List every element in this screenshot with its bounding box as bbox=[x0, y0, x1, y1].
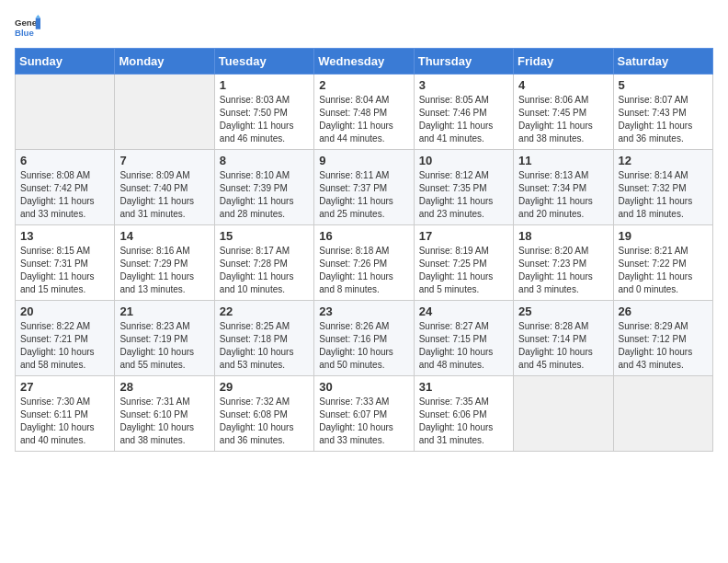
svg-text:Blue: Blue bbox=[15, 28, 34, 38]
day-info: Sunrise: 8:28 AM Sunset: 7:14 PM Dayligh… bbox=[518, 320, 608, 372]
weekday-header-row: SundayMondayTuesdayWednesdayThursdayFrid… bbox=[16, 49, 713, 75]
calendar-cell: 14Sunrise: 8:16 AM Sunset: 7:29 PM Dayli… bbox=[115, 225, 214, 301]
day-info: Sunrise: 8:25 AM Sunset: 7:18 PM Dayligh… bbox=[220, 320, 309, 372]
logo: General Blue bbox=[15, 15, 40, 40]
day-info: Sunrise: 8:18 AM Sunset: 7:26 PM Dayligh… bbox=[319, 245, 408, 296]
calendar-cell: 1Sunrise: 8:03 AM Sunset: 7:50 PM Daylig… bbox=[214, 75, 313, 150]
day-info: Sunrise: 8:29 AM Sunset: 7:12 PM Dayligh… bbox=[619, 320, 708, 372]
day-number: 1 bbox=[220, 78, 309, 92]
day-info: Sunrise: 8:16 AM Sunset: 7:29 PM Dayligh… bbox=[119, 245, 209, 296]
day-number: 11 bbox=[518, 154, 608, 167]
day-number: 31 bbox=[419, 380, 508, 394]
calendar-cell: 5Sunrise: 8:07 AM Sunset: 7:43 PM Daylig… bbox=[613, 75, 712, 150]
day-info: Sunrise: 7:35 AM Sunset: 6:06 PM Dayligh… bbox=[419, 396, 508, 447]
day-number: 22 bbox=[220, 304, 309, 318]
calendar-cell: 10Sunrise: 8:12 AM Sunset: 7:35 PM Dayli… bbox=[414, 150, 513, 225]
day-info: Sunrise: 8:05 AM Sunset: 7:46 PM Dayligh… bbox=[419, 94, 508, 145]
weekday-header-monday: Monday bbox=[115, 49, 214, 75]
day-info: Sunrise: 8:10 AM Sunset: 7:39 PM Dayligh… bbox=[220, 169, 309, 221]
weekday-header-sunday: Sunday bbox=[16, 49, 115, 75]
day-info: Sunrise: 8:19 AM Sunset: 7:25 PM Dayligh… bbox=[419, 245, 508, 296]
day-number: 24 bbox=[419, 304, 508, 318]
day-number: 16 bbox=[319, 229, 408, 243]
day-number: 3 bbox=[419, 78, 508, 92]
day-number: 25 bbox=[518, 304, 608, 318]
day-info: Sunrise: 8:26 AM Sunset: 7:16 PM Dayligh… bbox=[319, 320, 408, 372]
calendar-cell: 2Sunrise: 8:04 AM Sunset: 7:48 PM Daylig… bbox=[314, 75, 414, 150]
calendar-week-row: 20Sunrise: 8:22 AM Sunset: 7:21 PM Dayli… bbox=[16, 301, 713, 376]
day-number: 14 bbox=[119, 229, 209, 243]
header: General Blue bbox=[15, 15, 713, 40]
day-info: Sunrise: 8:06 AM Sunset: 7:45 PM Dayligh… bbox=[518, 94, 608, 145]
day-number: 17 bbox=[419, 229, 508, 243]
day-number: 7 bbox=[119, 154, 209, 167]
day-number: 21 bbox=[119, 304, 209, 318]
calendar-cell: 16Sunrise: 8:18 AM Sunset: 7:26 PM Dayli… bbox=[314, 225, 414, 301]
calendar-cell: 6Sunrise: 8:08 AM Sunset: 7:42 PM Daylig… bbox=[16, 150, 115, 225]
day-info: Sunrise: 8:27 AM Sunset: 7:15 PM Dayligh… bbox=[419, 320, 508, 372]
day-info: Sunrise: 7:30 AM Sunset: 6:11 PM Dayligh… bbox=[20, 396, 109, 447]
calendar-cell: 4Sunrise: 8:06 AM Sunset: 7:45 PM Daylig… bbox=[514, 75, 613, 150]
day-number: 19 bbox=[619, 229, 708, 243]
calendar-cell: 15Sunrise: 8:17 AM Sunset: 7:28 PM Dayli… bbox=[214, 225, 313, 301]
calendar-cell: 25Sunrise: 8:28 AM Sunset: 7:14 PM Dayli… bbox=[514, 301, 613, 376]
day-info: Sunrise: 8:09 AM Sunset: 7:40 PM Dayligh… bbox=[119, 169, 209, 221]
calendar-cell: 28Sunrise: 7:31 AM Sunset: 6:10 PM Dayli… bbox=[115, 376, 214, 452]
day-number: 4 bbox=[518, 78, 608, 92]
day-number: 18 bbox=[518, 229, 608, 243]
day-number: 13 bbox=[20, 229, 109, 243]
calendar-cell: 11Sunrise: 8:13 AM Sunset: 7:34 PM Dayli… bbox=[514, 150, 613, 225]
calendar-cell bbox=[613, 376, 712, 452]
day-info: Sunrise: 8:04 AM Sunset: 7:48 PM Dayligh… bbox=[319, 94, 408, 145]
day-info: Sunrise: 8:20 AM Sunset: 7:23 PM Dayligh… bbox=[518, 245, 608, 296]
generalblue-logo-icon: General Blue bbox=[15, 15, 40, 40]
calendar-week-row: 13Sunrise: 8:15 AM Sunset: 7:31 PM Dayli… bbox=[16, 225, 713, 301]
day-info: Sunrise: 7:32 AM Sunset: 6:08 PM Dayligh… bbox=[220, 396, 309, 447]
calendar-cell: 30Sunrise: 7:33 AM Sunset: 6:07 PM Dayli… bbox=[314, 376, 414, 452]
calendar-cell: 7Sunrise: 8:09 AM Sunset: 7:40 PM Daylig… bbox=[115, 150, 214, 225]
day-info: Sunrise: 8:21 AM Sunset: 7:22 PM Dayligh… bbox=[619, 245, 708, 296]
day-number: 28 bbox=[119, 380, 209, 394]
weekday-header-wednesday: Wednesday bbox=[314, 49, 414, 75]
day-info: Sunrise: 8:15 AM Sunset: 7:31 PM Dayligh… bbox=[20, 245, 109, 296]
calendar-cell: 18Sunrise: 8:20 AM Sunset: 7:23 PM Dayli… bbox=[514, 225, 613, 301]
day-number: 6 bbox=[20, 154, 109, 167]
day-number: 30 bbox=[319, 380, 408, 394]
day-number: 5 bbox=[619, 78, 708, 92]
day-number: 8 bbox=[220, 154, 309, 167]
day-number: 27 bbox=[20, 380, 109, 394]
day-info: Sunrise: 8:17 AM Sunset: 7:28 PM Dayligh… bbox=[220, 245, 309, 296]
day-number: 15 bbox=[220, 229, 309, 243]
calendar-cell bbox=[115, 75, 214, 150]
day-info: Sunrise: 8:13 AM Sunset: 7:34 PM Dayligh… bbox=[518, 169, 608, 221]
calendar-cell: 22Sunrise: 8:25 AM Sunset: 7:18 PM Dayli… bbox=[214, 301, 313, 376]
calendar-cell: 12Sunrise: 8:14 AM Sunset: 7:32 PM Dayli… bbox=[613, 150, 712, 225]
weekday-header-saturday: Saturday bbox=[613, 49, 712, 75]
day-info: Sunrise: 8:23 AM Sunset: 7:19 PM Dayligh… bbox=[119, 320, 209, 372]
day-number: 12 bbox=[619, 154, 708, 167]
calendar-cell: 29Sunrise: 7:32 AM Sunset: 6:08 PM Dayli… bbox=[214, 376, 313, 452]
calendar-cell: 17Sunrise: 8:19 AM Sunset: 7:25 PM Dayli… bbox=[414, 225, 513, 301]
calendar-cell: 8Sunrise: 8:10 AM Sunset: 7:39 PM Daylig… bbox=[214, 150, 313, 225]
calendar-table: SundayMondayTuesdayWednesdayThursdayFrid… bbox=[15, 48, 713, 452]
day-info: Sunrise: 7:33 AM Sunset: 6:07 PM Dayligh… bbox=[319, 396, 408, 447]
calendar-cell: 3Sunrise: 8:05 AM Sunset: 7:46 PM Daylig… bbox=[414, 75, 513, 150]
calendar-week-row: 1Sunrise: 8:03 AM Sunset: 7:50 PM Daylig… bbox=[16, 75, 713, 150]
day-info: Sunrise: 8:08 AM Sunset: 7:42 PM Dayligh… bbox=[20, 169, 109, 221]
calendar-cell: 26Sunrise: 8:29 AM Sunset: 7:12 PM Dayli… bbox=[613, 301, 712, 376]
day-number: 9 bbox=[319, 154, 408, 167]
day-info: Sunrise: 7:31 AM Sunset: 6:10 PM Dayligh… bbox=[119, 396, 209, 447]
day-number: 2 bbox=[319, 78, 408, 92]
svg-marker-3 bbox=[36, 15, 40, 18]
calendar-cell: 19Sunrise: 8:21 AM Sunset: 7:22 PM Dayli… bbox=[613, 225, 712, 301]
day-info: Sunrise: 8:07 AM Sunset: 7:43 PM Dayligh… bbox=[619, 94, 708, 145]
calendar-cell: 13Sunrise: 8:15 AM Sunset: 7:31 PM Dayli… bbox=[16, 225, 115, 301]
calendar-week-row: 6Sunrise: 8:08 AM Sunset: 7:42 PM Daylig… bbox=[16, 150, 713, 225]
day-number: 23 bbox=[319, 304, 408, 318]
day-info: Sunrise: 8:03 AM Sunset: 7:50 PM Dayligh… bbox=[220, 94, 309, 145]
day-info: Sunrise: 8:12 AM Sunset: 7:35 PM Dayligh… bbox=[419, 169, 508, 221]
weekday-header-thursday: Thursday bbox=[414, 49, 513, 75]
calendar-cell: 9Sunrise: 8:11 AM Sunset: 7:37 PM Daylig… bbox=[314, 150, 414, 225]
weekday-header-tuesday: Tuesday bbox=[214, 49, 313, 75]
calendar-cell bbox=[16, 75, 115, 150]
